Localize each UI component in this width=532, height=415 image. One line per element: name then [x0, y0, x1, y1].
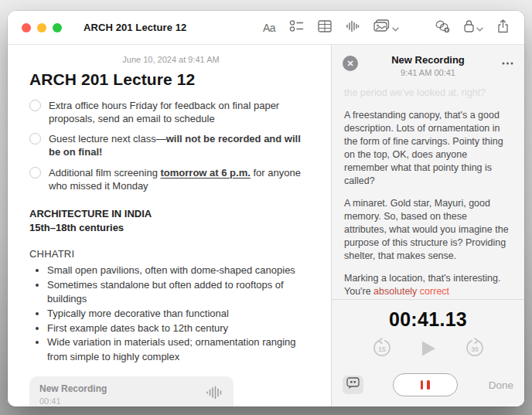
elapsed-time: 00:41.13 [343, 308, 513, 331]
minimize-window-button[interactable] [37, 23, 46, 32]
transcript-faded-line: the period we've looked at, right? [344, 87, 512, 100]
notes-window: ARCH 201 Lecture 12 Aa [8, 11, 524, 406]
lock-button[interactable] [464, 19, 483, 36]
close-window-button[interactable] [22, 23, 31, 32]
recording-title: New Recording [364, 54, 492, 66]
recorder-bottom-bar: Done [343, 373, 513, 396]
link-icon [435, 19, 450, 36]
bullet-item: First example dates back to 12th century [47, 321, 312, 336]
section-heading-line2: 15th–18th centuries [29, 221, 312, 235]
checklist-item: Additional film screening tomorrow at 6 … [29, 166, 312, 192]
skip-forward-30-button[interactable]: 30 [465, 338, 485, 362]
svg-text:30: 30 [471, 345, 479, 353]
audio-attachment-title: New Recording [39, 383, 107, 394]
done-button[interactable]: Done [481, 379, 513, 391]
table-button[interactable] [318, 20, 332, 36]
audio-recording-button[interactable] [346, 19, 360, 36]
transcript-titles: New Recording 9:41 AM 00:41 [364, 54, 492, 77]
playback-controls: 00:41.13 15 30 Done [332, 299, 524, 406]
title-bar: ARCH 201 Lecture 12 Aa [8, 11, 524, 45]
transcript-panel: ✕ New Recording 9:41 AM 00:41 the period… [331, 45, 524, 406]
checklist-icon [289, 19, 304, 36]
window-title: ARCH 201 Lecture 12 [84, 22, 186, 33]
close-transcript-button[interactable]: ✕ [343, 56, 358, 71]
checklist-item: Guest lecture next class—will not be rec… [29, 132, 312, 158]
waveform-icon [206, 386, 223, 403]
section-heading-line1: ARCHITECTURE IN INDIA [29, 207, 312, 221]
add-link-button[interactable] [435, 19, 450, 36]
chevron-down-icon [392, 21, 399, 35]
checkbox[interactable] [29, 167, 41, 179]
note-editor[interactable]: June 10, 2024 at 9:41 AM ARCH 201 Lectur… [8, 45, 331, 406]
transcript-body[interactable]: the period we've looked at, right? A fre… [332, 80, 524, 299]
window-content: June 10, 2024 at 9:41 AM ARCH 201 Lectur… [8, 45, 524, 406]
bullet-list: Small open pavilions, often with dome-sh… [29, 264, 312, 365]
chevron-down-icon [476, 21, 483, 35]
checkbox[interactable] [29, 100, 41, 111]
lock-icon [464, 19, 474, 36]
transcript-header: ✕ New Recording 9:41 AM 00:41 [332, 45, 524, 80]
toolbar: Aa [263, 19, 509, 36]
skip-back-15-button[interactable]: 15 [372, 338, 392, 362]
note-date: June 10, 2024 at 9:41 AM [29, 55, 312, 64]
svg-text:15: 15 [378, 345, 386, 353]
caption-bubble-icon [346, 377, 360, 393]
bullet-item: Small open pavilions, often with dome-sh… [47, 264, 312, 278]
checklist: Extra office hours Friday for feedback o… [29, 99, 312, 192]
zoom-window-button[interactable] [53, 23, 62, 32]
highlighted-word-latest: correct [417, 286, 449, 297]
checklist-item-text: Guest lecture next class—will not be rec… [49, 132, 312, 158]
waveform-icon [346, 19, 360, 36]
highlighted-word-recent: absolutely [373, 286, 417, 297]
checkbox[interactable] [29, 133, 41, 145]
checklist-item-text: Extra office hours Friday for feedback o… [49, 99, 312, 125]
share-button[interactable] [497, 19, 509, 36]
bullet-item: Wide variation in materials used; orname… [47, 335, 312, 364]
media-gallery-icon [373, 19, 390, 36]
checklist-item: Extra office hours Friday for feedback o… [29, 99, 312, 125]
pause-icon [421, 380, 424, 389]
section-heading: ARCHITECTURE IN INDIA 15th–18th centurie… [29, 207, 312, 235]
skip-row: 15 30 [343, 338, 513, 362]
transcript-paragraph: A minaret. Gold star, Mayuri, good memor… [344, 197, 512, 263]
pause-icon [427, 380, 430, 389]
share-icon [497, 19, 509, 36]
audio-attachment-card[interactable]: New Recording 00:41 [29, 376, 234, 406]
transcript-paragraph: A freestanding canopy, that's a good des… [344, 109, 512, 188]
media-button[interactable] [373, 19, 399, 36]
transcript-live-paragraph: Marking a location, that's interesting. … [344, 272, 512, 298]
more-options-button[interactable] [492, 57, 513, 66]
live-transcript-toggle-button[interactable] [343, 376, 363, 394]
checklist-item-text: Additional film screening tomorrow at 6 … [49, 166, 312, 192]
sub-heading: CHHATRI [29, 248, 312, 260]
table-icon [318, 20, 332, 36]
bullet-item: Sometimes standalone but often added to … [47, 278, 312, 307]
traffic-lights [22, 23, 62, 32]
checklist-button[interactable] [289, 19, 304, 36]
pause-recording-button[interactable] [393, 373, 458, 396]
bullet-item: Typically more decorative than functiona… [47, 307, 312, 321]
audio-attachment-meta: New Recording 00:41 [39, 383, 107, 406]
recording-subtitle: 9:41 AM 00:41 [364, 68, 492, 77]
play-button[interactable] [420, 339, 437, 361]
note-title: ARCH 201 Lecture 12 [29, 70, 312, 89]
format-button[interactable]: Aa [263, 22, 275, 34]
audio-attachment-duration: 00:41 [39, 396, 107, 406]
